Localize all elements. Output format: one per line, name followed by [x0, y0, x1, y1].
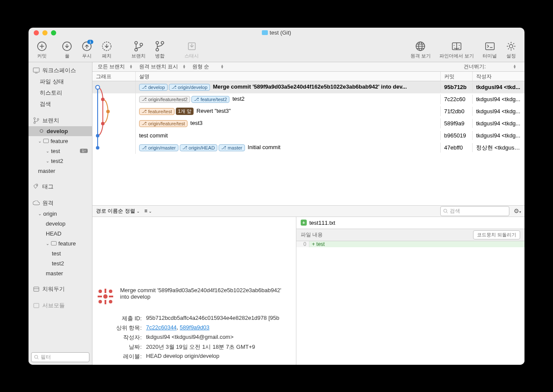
- commit-row[interactable]: ⎇origin/feature/test2⎇feature/test2 test…: [92, 93, 524, 105]
- jump-dropdown[interactable]: 건너뛰기: ▴▾: [464, 63, 519, 70]
- svg-rect-16: [33, 68, 39, 72]
- svg-point-9: [161, 41, 164, 44]
- finder-button[interactable]: 파인더에서 보기: [435, 41, 478, 59]
- svg-rect-22: [34, 303, 39, 308]
- sidebar-workspace-header[interactable]: 워크스페이스: [29, 65, 92, 76]
- ref-tag[interactable]: ⎇origin/develop: [169, 84, 210, 91]
- commit-row[interactable]: ⎇origin/feature/test test3589f9a9tkdgusl…: [92, 118, 524, 130]
- toolbar: 커밋 풀1푸시페치 브랜치병합 스태시 원격 보기파인더에서 보기터미널설정: [29, 38, 524, 62]
- commits-table-header: 그래프 설명 커밋 작성자: [92, 72, 524, 81]
- remote-view-button[interactable]: 원격 보기: [406, 41, 435, 59]
- commit-message: Merge commit '589f9a9d03a5e240d4f162e5b1…: [120, 287, 284, 306]
- order-dropdown[interactable]: 원형 순 ▴▾: [192, 63, 223, 70]
- file-status[interactable]: 파일 상태: [29, 76, 92, 87]
- detail-toolbar: 경로 이름순 정렬 ⌄ ≡ ⌄ 검색 ⚙︎▾: [92, 206, 524, 217]
- file-tab[interactable]: + test111.txt: [296, 217, 524, 229]
- detail-search-input[interactable]: 검색: [440, 206, 509, 216]
- branch-test2[interactable]: ⌄test2: [29, 156, 92, 166]
- ref-tag[interactable]: ⎇origin/feature/test2: [139, 96, 190, 103]
- search[interactable]: 검색: [29, 99, 92, 110]
- commit-button[interactable]: 커밋: [32, 41, 52, 59]
- branch-button[interactable]: 브랜치: [127, 41, 150, 59]
- svg-point-17: [34, 118, 35, 119]
- parent-link-1[interactable]: 7c22c60344: [146, 324, 177, 331]
- svg-point-20: [36, 185, 37, 186]
- all-branches-dropdown[interactable]: 모든 브랜치 ▴▾: [98, 63, 132, 70]
- ref-tag[interactable]: ⎇origin/master: [139, 144, 178, 151]
- sidebar-submodules-header[interactable]: 서브모듈: [29, 300, 92, 311]
- history[interactable]: 히스토리: [29, 87, 92, 99]
- commit-detail-panel: Merge commit '589f9a9d03a5e240d4f162e5b1…: [92, 217, 296, 365]
- svg-point-7: [156, 41, 159, 44]
- svg-rect-14: [486, 43, 494, 50]
- svg-point-33: [109, 290, 112, 293]
- svg-point-8: [156, 48, 159, 51]
- commit-row[interactable]: test commitb965019tkdgusl94 <tkdg...: [92, 130, 524, 142]
- svg-point-4: [135, 41, 137, 44]
- svg-rect-38: [98, 296, 102, 297]
- ref-tag[interactable]: ⎇develop: [139, 84, 168, 91]
- parent-link-2[interactable]: 589f9a9d03: [180, 324, 210, 331]
- sort-dropdown[interactable]: 경로 이름순 정렬 ⌄: [96, 207, 140, 215]
- remote-test2[interactable]: test2: [29, 258, 92, 268]
- ref-tag[interactable]: ⎇origin/HEAD: [180, 144, 218, 151]
- branch-develop[interactable]: develop: [29, 126, 92, 136]
- branch-master[interactable]: master: [29, 166, 92, 176]
- svg-point-30: [444, 209, 447, 212]
- detail-settings-button[interactable]: ⚙︎▾: [514, 207, 521, 214]
- push-button[interactable]: 1푸시: [77, 41, 97, 59]
- col-author[interactable]: 작성자: [473, 72, 524, 81]
- col-description[interactable]: 설명: [136, 72, 441, 81]
- settings-button[interactable]: 설정: [501, 41, 521, 59]
- col-graph[interactable]: 그래프: [92, 72, 136, 81]
- ref-tag[interactable]: ⎇master: [219, 144, 245, 151]
- zoom-button[interactable]: [51, 30, 56, 35]
- avatar: [96, 287, 115, 306]
- sidebar: 워크스페이스 파일 상태히스토리검색 브랜치 develop⌄feature⌄t…: [29, 62, 92, 365]
- remote-master[interactable]: master: [29, 268, 92, 278]
- sidebar-stashes-header[interactable]: 치워두기: [29, 284, 92, 295]
- pull-button[interactable]: 풀: [57, 41, 77, 59]
- remote-test[interactable]: test: [29, 249, 92, 258]
- close-button[interactable]: [34, 30, 39, 35]
- commit-row[interactable]: ⎇feature/test1개 앞 Revert "test3"71f2db0t…: [92, 105, 524, 118]
- merge-button[interactable]: 병합: [150, 41, 170, 59]
- remote-branches-dropdown[interactable]: 원격 브랜치 표시 ▴▾: [139, 63, 185, 70]
- svg-rect-39: [109, 296, 113, 297]
- file-name: test111.txt: [309, 220, 335, 226]
- sidebar-tags-header[interactable]: 태그: [29, 181, 92, 192]
- branch-test[interactable]: ⌄test1↑: [29, 146, 92, 156]
- svg-point-31: [103, 294, 108, 299]
- sidebar-remotes-header[interactable]: 원격: [29, 198, 92, 209]
- minimize-button[interactable]: [42, 30, 48, 35]
- ref-tag[interactable]: ⎇feature/test: [139, 108, 175, 115]
- svg-point-32: [99, 290, 102, 293]
- remote-head[interactable]: HEAD: [29, 229, 92, 239]
- svg-rect-37: [105, 300, 106, 304]
- stash-button[interactable]: 스태시: [180, 41, 203, 59]
- ref-tag[interactable]: ⎇origin/feature/test: [139, 120, 188, 127]
- svg-point-15: [509, 45, 513, 48]
- branch-folder-feature[interactable]: ⌄feature: [29, 136, 92, 146]
- main-panel: 모든 브랜치 ▴▾ 원격 브랜치 표시 ▴▾ 원형 순 ▴▾ 건너뛰기: ▴▾ …: [92, 62, 524, 365]
- terminal-button[interactable]: 터미널: [478, 41, 501, 59]
- remote-folder-feature[interactable]: ⌄feature: [29, 239, 92, 249]
- col-commit[interactable]: 커밋: [441, 72, 473, 81]
- remote-origin[interactable]: ⌄origin: [29, 209, 92, 219]
- sidebar-filter-input[interactable]: 필터: [31, 352, 89, 362]
- ref-tag[interactable]: ⎇feature/test2: [191, 96, 229, 103]
- view-mode-dropdown[interactable]: ≡ ⌄: [144, 208, 152, 214]
- remote-develop[interactable]: develop: [29, 219, 92, 229]
- svg-point-19: [37, 118, 39, 120]
- svg-rect-21: [34, 287, 39, 291]
- sidebar-branches-header[interactable]: 브랜치: [29, 115, 92, 126]
- commit-row[interactable]: ⎇origin/master⎇origin/HEAD⎇master Initia…: [92, 142, 524, 154]
- commit-id-value: 95b712bcdb5affc4a246c015934e4e8282e1d978…: [146, 315, 292, 322]
- ref-tag[interactable]: 1개 앞: [176, 108, 194, 115]
- svg-point-18: [34, 122, 35, 124]
- fetch-button[interactable]: 페치: [97, 41, 117, 59]
- svg-rect-36: [105, 289, 106, 293]
- revert-hunk-button[interactable]: 코드뭉치 되돌리기: [473, 230, 520, 239]
- filter-bar: 모든 브랜치 ▴▾ 원격 브랜치 표시 ▴▾ 원형 순 ▴▾ 건너뛰기: ▴▾: [92, 62, 524, 72]
- commit-row[interactable]: ⎇develop⎇origin/develop Merge commit '58…: [92, 81, 524, 93]
